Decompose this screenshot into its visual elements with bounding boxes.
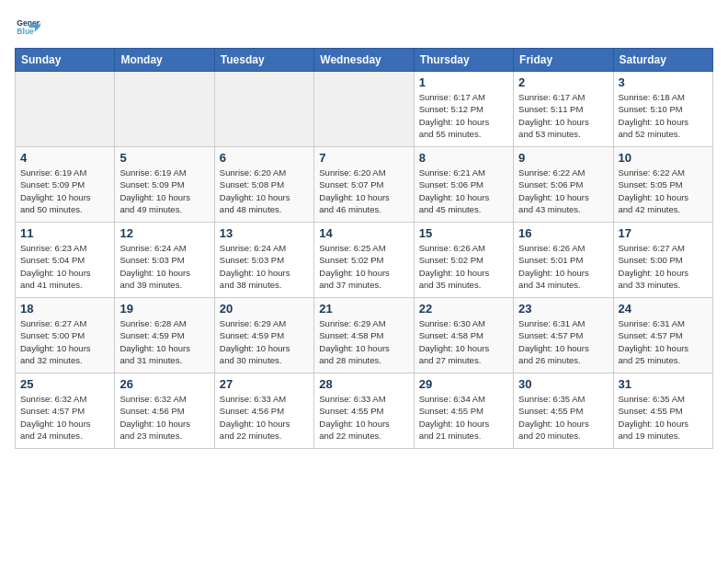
calendar-day-cell: 11Sunrise: 6:23 AMSunset: 5:04 PMDayligh… bbox=[16, 223, 115, 298]
page-header: General Blue bbox=[15, 15, 713, 40]
calendar-day-cell: 5Sunrise: 6:19 AMSunset: 5:09 PMDaylight… bbox=[115, 147, 214, 223]
logo-icon: General Blue bbox=[15, 15, 40, 40]
day-info: Sunrise: 6:26 AMSunset: 5:01 PMDaylight:… bbox=[518, 242, 608, 291]
calendar-day-cell: 4Sunrise: 6:19 AMSunset: 5:09 PMDaylight… bbox=[16, 147, 115, 223]
day-info: Sunrise: 6:33 AMSunset: 4:55 PMDaylight:… bbox=[319, 393, 408, 442]
day-info: Sunrise: 6:31 AMSunset: 4:57 PMDaylight:… bbox=[518, 317, 608, 366]
calendar-day-cell: 2Sunrise: 6:17 AMSunset: 5:11 PMDaylight… bbox=[514, 72, 613, 147]
calendar-day-cell bbox=[16, 72, 115, 147]
calendar-day-cell: 26Sunrise: 6:32 AMSunset: 4:56 PMDayligh… bbox=[115, 373, 214, 449]
day-info: Sunrise: 6:25 AMSunset: 5:02 PMDaylight:… bbox=[319, 242, 408, 291]
day-info: Sunrise: 6:28 AMSunset: 4:59 PMDaylight:… bbox=[119, 317, 209, 366]
day-number: 25 bbox=[20, 377, 109, 391]
calendar-day-cell: 29Sunrise: 6:34 AMSunset: 4:55 PMDayligh… bbox=[414, 373, 513, 449]
day-number: 16 bbox=[518, 226, 608, 240]
day-info: Sunrise: 6:35 AMSunset: 4:55 PMDaylight:… bbox=[518, 393, 608, 442]
calendar-day-cell: 18Sunrise: 6:27 AMSunset: 5:00 PMDayligh… bbox=[16, 298, 115, 373]
day-number: 23 bbox=[518, 302, 608, 316]
calendar-day-cell: 21Sunrise: 6:29 AMSunset: 4:58 PMDayligh… bbox=[314, 298, 414, 373]
day-info: Sunrise: 6:27 AMSunset: 5:00 PMDaylight:… bbox=[619, 242, 708, 291]
day-header-monday: Monday bbox=[115, 49, 214, 72]
day-number: 18 bbox=[20, 302, 109, 316]
calendar-day-cell: 12Sunrise: 6:24 AMSunset: 5:03 PMDayligh… bbox=[115, 223, 214, 298]
calendar-day-cell bbox=[115, 72, 214, 147]
day-number: 17 bbox=[619, 226, 708, 240]
calendar-day-cell: 8Sunrise: 6:21 AMSunset: 5:06 PMDaylight… bbox=[414, 147, 513, 223]
day-number: 28 bbox=[319, 377, 408, 391]
day-info: Sunrise: 6:17 AMSunset: 5:11 PMDaylight:… bbox=[518, 91, 608, 140]
day-number: 15 bbox=[419, 226, 508, 240]
day-number: 5 bbox=[119, 151, 209, 165]
day-info: Sunrise: 6:19 AMSunset: 5:09 PMDaylight:… bbox=[119, 167, 209, 215]
day-info: Sunrise: 6:24 AMSunset: 5:03 PMDaylight:… bbox=[119, 242, 209, 291]
day-number: 12 bbox=[119, 226, 209, 240]
day-header-tuesday: Tuesday bbox=[214, 49, 313, 72]
calendar-day-cell: 30Sunrise: 6:35 AMSunset: 4:55 PMDayligh… bbox=[514, 373, 613, 449]
svg-text:Blue: Blue bbox=[17, 27, 34, 36]
day-number: 22 bbox=[419, 302, 508, 316]
day-info: Sunrise: 6:29 AMSunset: 4:59 PMDaylight:… bbox=[220, 317, 309, 366]
day-info: Sunrise: 6:32 AMSunset: 4:56 PMDaylight:… bbox=[119, 393, 209, 442]
calendar-day-cell: 19Sunrise: 6:28 AMSunset: 4:59 PMDayligh… bbox=[115, 298, 214, 373]
calendar-day-cell: 27Sunrise: 6:33 AMSunset: 4:56 PMDayligh… bbox=[214, 373, 313, 449]
day-info: Sunrise: 6:23 AMSunset: 5:04 PMDaylight:… bbox=[20, 242, 109, 291]
day-info: Sunrise: 6:26 AMSunset: 5:02 PMDaylight:… bbox=[419, 242, 508, 291]
day-info: Sunrise: 6:24 AMSunset: 5:03 PMDaylight:… bbox=[220, 242, 309, 291]
day-number: 11 bbox=[20, 226, 109, 240]
calendar-week-row: 4Sunrise: 6:19 AMSunset: 5:09 PMDaylight… bbox=[16, 147, 713, 223]
calendar-day-cell: 9Sunrise: 6:22 AMSunset: 5:06 PMDaylight… bbox=[514, 147, 613, 223]
day-number: 2 bbox=[518, 75, 608, 89]
day-info: Sunrise: 6:34 AMSunset: 4:55 PMDaylight:… bbox=[419, 393, 508, 442]
calendar-day-cell: 10Sunrise: 6:22 AMSunset: 5:05 PMDayligh… bbox=[613, 147, 712, 223]
day-info: Sunrise: 6:22 AMSunset: 5:06 PMDaylight:… bbox=[518, 167, 608, 215]
calendar-day-cell: 3Sunrise: 6:18 AMSunset: 5:10 PMDaylight… bbox=[613, 72, 712, 147]
day-info: Sunrise: 6:18 AMSunset: 5:10 PMDaylight:… bbox=[619, 91, 708, 140]
calendar-day-cell: 22Sunrise: 6:30 AMSunset: 4:58 PMDayligh… bbox=[414, 298, 513, 373]
calendar-day-cell: 23Sunrise: 6:31 AMSunset: 4:57 PMDayligh… bbox=[514, 298, 613, 373]
calendar-day-cell: 24Sunrise: 6:31 AMSunset: 4:57 PMDayligh… bbox=[613, 298, 712, 373]
logo: General Blue bbox=[15, 15, 40, 40]
calendar-day-cell: 17Sunrise: 6:27 AMSunset: 5:00 PMDayligh… bbox=[613, 223, 712, 298]
calendar-week-row: 1Sunrise: 6:17 AMSunset: 5:12 PMDaylight… bbox=[16, 72, 713, 147]
day-header-sunday: Sunday bbox=[16, 49, 115, 72]
day-info: Sunrise: 6:29 AMSunset: 4:58 PMDaylight:… bbox=[319, 317, 408, 366]
calendar-day-cell: 1Sunrise: 6:17 AMSunset: 5:12 PMDaylight… bbox=[414, 72, 513, 147]
calendar-week-row: 11Sunrise: 6:23 AMSunset: 5:04 PMDayligh… bbox=[16, 223, 713, 298]
calendar-header-row: SundayMondayTuesdayWednesdayThursdayFrid… bbox=[16, 49, 713, 72]
day-info: Sunrise: 6:33 AMSunset: 4:56 PMDaylight:… bbox=[220, 393, 309, 442]
day-number: 27 bbox=[220, 377, 309, 391]
day-number: 31 bbox=[619, 377, 708, 391]
day-header-thursday: Thursday bbox=[414, 49, 513, 72]
day-number: 21 bbox=[319, 302, 408, 316]
calendar-day-cell: 28Sunrise: 6:33 AMSunset: 4:55 PMDayligh… bbox=[314, 373, 414, 449]
day-info: Sunrise: 6:27 AMSunset: 5:00 PMDaylight:… bbox=[20, 317, 109, 366]
day-number: 26 bbox=[119, 377, 209, 391]
calendar-day-cell: 20Sunrise: 6:29 AMSunset: 4:59 PMDayligh… bbox=[214, 298, 313, 373]
day-number: 10 bbox=[619, 151, 708, 165]
calendar-week-row: 25Sunrise: 6:32 AMSunset: 4:57 PMDayligh… bbox=[16, 373, 713, 449]
day-info: Sunrise: 6:17 AMSunset: 5:12 PMDaylight:… bbox=[419, 91, 508, 140]
calendar-day-cell: 31Sunrise: 6:35 AMSunset: 4:55 PMDayligh… bbox=[613, 373, 712, 449]
calendar-day-cell bbox=[314, 72, 414, 147]
day-number: 19 bbox=[119, 302, 209, 316]
calendar-week-row: 18Sunrise: 6:27 AMSunset: 5:00 PMDayligh… bbox=[16, 298, 713, 373]
day-number: 30 bbox=[518, 377, 608, 391]
calendar-day-cell: 14Sunrise: 6:25 AMSunset: 5:02 PMDayligh… bbox=[314, 223, 414, 298]
calendar-day-cell: 15Sunrise: 6:26 AMSunset: 5:02 PMDayligh… bbox=[414, 223, 513, 298]
day-number: 29 bbox=[419, 377, 508, 391]
day-number: 8 bbox=[419, 151, 508, 165]
day-number: 14 bbox=[319, 226, 408, 240]
calendar-day-cell: 7Sunrise: 6:20 AMSunset: 5:07 PMDaylight… bbox=[314, 147, 414, 223]
day-info: Sunrise: 6:31 AMSunset: 4:57 PMDaylight:… bbox=[619, 317, 708, 366]
day-number: 3 bbox=[619, 75, 708, 89]
day-info: Sunrise: 6:32 AMSunset: 4:57 PMDaylight:… bbox=[20, 393, 109, 442]
day-info: Sunrise: 6:20 AMSunset: 5:07 PMDaylight:… bbox=[319, 167, 408, 215]
day-info: Sunrise: 6:19 AMSunset: 5:09 PMDaylight:… bbox=[20, 167, 109, 215]
day-header-wednesday: Wednesday bbox=[314, 49, 414, 72]
calendar-day-cell bbox=[214, 72, 313, 147]
day-header-saturday: Saturday bbox=[613, 49, 712, 72]
day-number: 13 bbox=[220, 226, 309, 240]
day-number: 4 bbox=[20, 151, 109, 165]
day-header-friday: Friday bbox=[514, 49, 613, 72]
day-number: 20 bbox=[220, 302, 309, 316]
